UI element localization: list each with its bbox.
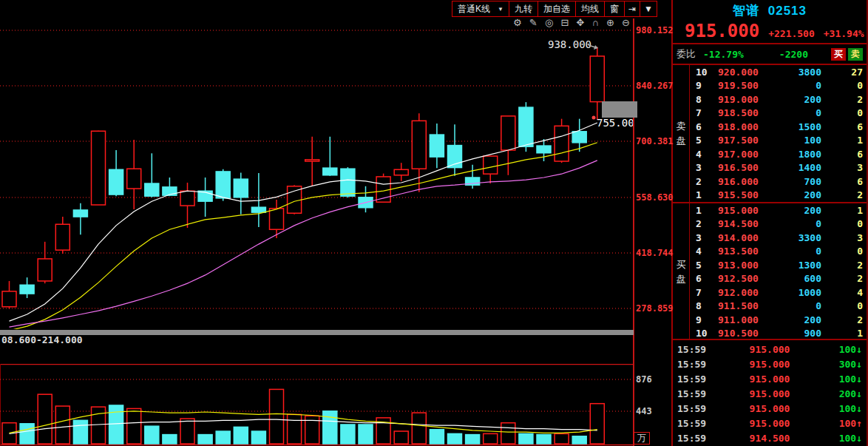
candle: [359, 186, 373, 212]
bid-row[interactable]: 4913.50000: [690, 245, 867, 259]
order-count: 0: [842, 80, 867, 91]
order-volume: 1500: [784, 121, 842, 132]
volume-bar: [92, 407, 106, 444]
ask-row[interactable]: 3916.50014003: [690, 161, 867, 175]
candlestick-chart[interactable]: 938.000755.000-: [0, 18, 634, 329]
bid-row[interactable]: 1915.0002001: [690, 203, 867, 217]
candle: [73, 203, 87, 234]
order-price: 913.000: [718, 260, 784, 271]
zoom-out-icon[interactable]: ⊖: [622, 17, 630, 29]
buy-button[interactable]: 买: [831, 48, 846, 61]
drawing-tools: ⚙✎◎⊟✥∩⊕⊖: [513, 17, 630, 29]
tick-row: 15:59915.000100↓: [673, 371, 867, 386]
order-volume: 1800: [784, 149, 842, 160]
toolbar-button-window[interactable]: 窗: [604, 1, 625, 17]
ask-side-label: 卖盘: [673, 65, 690, 202]
lock-icon[interactable]: ∩: [592, 17, 599, 29]
gear-icon[interactable]: ⚙: [513, 17, 522, 29]
bid-row[interactable]: 3914.00033003: [690, 231, 867, 245]
chevron-down-icon[interactable]: ▼: [640, 1, 657, 17]
order-volume: 3800: [784, 67, 842, 78]
ask-row[interactable]: 6918.00015006: [690, 120, 867, 134]
ask-row[interactable]: 2916.0007006: [690, 175, 867, 189]
divider: [673, 43, 867, 44]
ask-row[interactable]: 8919.0002002: [690, 92, 867, 107]
order-price: 918.000: [718, 121, 784, 132]
order-price: 911.500: [718, 300, 784, 311]
level-number: 4: [690, 149, 718, 160]
volume-bar: [484, 433, 498, 444]
toolbar-button-add-watchlist[interactable]: 加自选: [538, 1, 576, 17]
order-count: 27: [842, 67, 867, 78]
price-axis-label: 980.152: [636, 25, 674, 36]
order-count: 2: [842, 314, 867, 325]
jump-next-icon[interactable]: ⇥: [624, 1, 640, 17]
price-axis-label: 700.381: [636, 136, 674, 146]
candle: [145, 153, 159, 197]
sell-button[interactable]: 卖: [848, 48, 863, 61]
volume-bar: [537, 435, 551, 444]
order-volume: 200: [784, 94, 842, 105]
ask-row[interactable]: 9919.50000: [690, 79, 867, 93]
bid-row[interactable]: 6912.5006002: [690, 272, 867, 286]
candle: [412, 113, 426, 192]
candle: [55, 217, 69, 254]
order-count: 2: [842, 189, 867, 200]
order-count: 3: [842, 232, 867, 243]
bid-row[interactable]: 8911.50000: [690, 300, 867, 314]
horizontal-scrollbar[interactable]: [0, 330, 634, 335]
tick-volume: 300↓: [816, 359, 867, 370]
volume-bar: [163, 435, 177, 444]
pencil-icon[interactable]: ✎: [529, 17, 538, 29]
tick-price: 915.000: [723, 388, 816, 399]
ask-row[interactable]: 7918.50000: [690, 107, 867, 121]
ask-row[interactable]: 5917.5001001: [690, 134, 867, 148]
kline-type-dropdown[interactable]: 普通K线 ▼: [452, 1, 509, 17]
level-number: 8: [690, 300, 718, 311]
order-volume: 0: [784, 107, 842, 118]
order-volume: 700: [784, 176, 842, 187]
tick-time: 15:59: [673, 403, 723, 414]
order-volume: 1400: [784, 162, 842, 173]
level-number: 3: [690, 232, 718, 243]
ask-row[interactable]: 10920.000380027: [690, 65, 867, 79]
volume-bar: [572, 436, 586, 444]
eye-icon[interactable]: ◎: [545, 17, 553, 29]
bid-row[interactable]: 2914.50000: [690, 217, 867, 232]
level-number: 7: [690, 107, 718, 118]
price-change-percent: +31.94%: [824, 28, 864, 39]
ask-row[interactable]: 4917.00018006: [690, 147, 867, 161]
hand-icon[interactable]: ✥: [576, 17, 584, 29]
quote-panel: 智谱 02513 915.000 +221.500 +31.94% 委比 -12…: [671, 0, 868, 446]
axis-separator: [633, 18, 634, 446]
candle: [92, 131, 106, 205]
bid-row[interactable]: 9911.0002002: [690, 313, 867, 327]
bid-side-label: 买盘: [673, 203, 690, 340]
toolbar-button-nine-turn[interactable]: 九转: [509, 1, 538, 17]
bid-row[interactable]: 5913.00013002: [690, 258, 867, 272]
tick-price: 915.000: [723, 344, 816, 355]
chart-toolbar: 普通K线 ▼ 九转 加自选 均线 窗 ⇥ ▼: [452, 1, 657, 17]
volume-chart[interactable]: [0, 364, 634, 446]
toolbar-button-ma-lines[interactable]: 均线: [575, 1, 605, 17]
ask-row[interactable]: 1915.5002002: [690, 189, 867, 203]
instrument-code: 02513: [768, 4, 807, 18]
tick-time: 15:59: [673, 388, 723, 399]
candle: [198, 178, 212, 217]
order-price: 916.000: [718, 176, 784, 187]
tick-volume: 100↓: [816, 374, 867, 385]
volume-bar: [55, 406, 69, 444]
bid-rows: 1915.00020012914.500003914.000330034913.…: [690, 203, 867, 340]
order-volume: 1000: [784, 287, 842, 298]
price-axis-label: 418.744: [636, 248, 674, 258]
bid-row[interactable]: 7912.00010004: [690, 285, 867, 300]
order-price: 920.000: [718, 67, 784, 78]
eraser-icon[interactable]: ⊟: [560, 17, 569, 29]
level-number: 2: [690, 176, 718, 187]
order-price: 913.500: [718, 246, 784, 257]
order-count: 2: [842, 260, 867, 271]
tick-volume: 100↑: [816, 418, 867, 429]
zoom-in-icon[interactable]: ⊕: [606, 17, 614, 29]
volume-bar: [270, 389, 284, 444]
level-number: 6: [690, 273, 718, 284]
